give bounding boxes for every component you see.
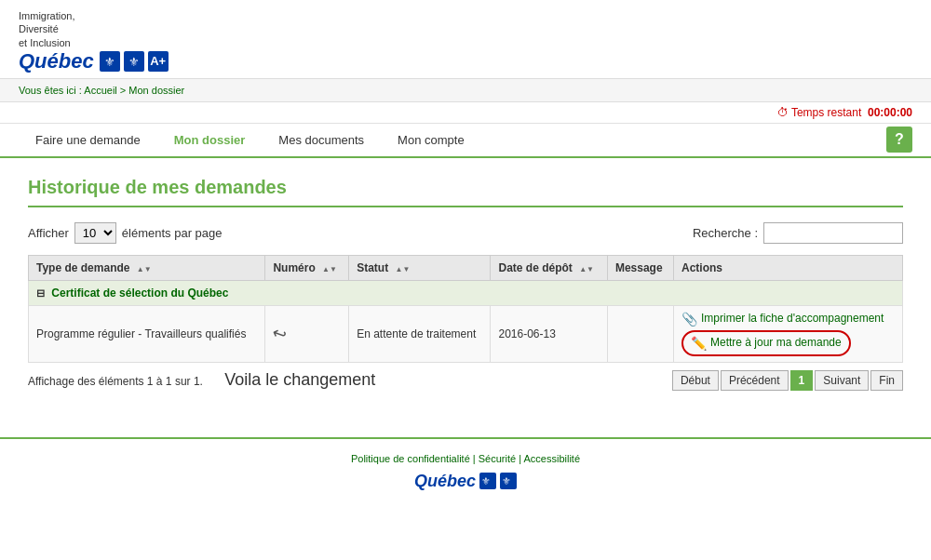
svg-text:⚜: ⚜	[481, 475, 491, 487]
table-wrapper: Type de demande ▲▼ Numéro ▲▼ Statut ▲▼ D…	[28, 255, 903, 391]
data-table: Type de demande ▲▼ Numéro ▲▼ Statut ▲▼ D…	[28, 255, 903, 363]
cell-date: 2016-06-13	[491, 305, 607, 362]
footer-logo-icons: ⚜ ⚜	[479, 473, 517, 489]
action-maj-label: Mettre à jour ma demande	[710, 336, 842, 349]
nav-mon-compte[interactable]: Mon compte	[381, 124, 481, 156]
col-message: Message	[607, 255, 673, 280]
logo-line2: Diversité	[19, 23, 59, 34]
fleur-icon: ⚜	[100, 51, 120, 72]
table-row: Programme régulier - Travailleurs qualif…	[29, 305, 903, 362]
section-row: ⊟ Certificat de sélection du Québec	[29, 280, 903, 305]
footer-quebec-wordmark: Québec	[414, 472, 476, 491]
col-statut: Statut ▲▼	[349, 255, 491, 280]
table-header-row: Type de demande ▲▼ Numéro ▲▼ Statut ▲▼ D…	[29, 255, 903, 280]
nav-bar: Faire une demande Mon dossier Mes docume…	[0, 124, 931, 158]
section-toggle[interactable]: ⊟	[36, 287, 45, 299]
footer: Politique de confidentialité | Sécurité …	[0, 437, 931, 505]
svg-text:⚜: ⚜	[128, 55, 140, 69]
col-numero: Numéro ▲▼	[265, 255, 349, 280]
svg-text:⚜: ⚜	[104, 55, 115, 69]
logo-line3: et Inclusion	[19, 37, 71, 48]
page-title: Historique de mes demandes	[28, 177, 903, 198]
afficher-label: Afficher	[28, 226, 69, 240]
breadcrumb-current: Mon dossier	[128, 85, 184, 96]
col-type: Type de demande ▲▼	[29, 255, 265, 280]
afficher-select[interactable]: 10 25 50	[74, 222, 116, 244]
logo-block: Immigration, Diversité et Inclusion Québ…	[19, 9, 169, 73]
action-mettre-a-jour[interactable]: ✏️ Mettre à jour ma demande	[691, 336, 842, 351]
nav-mes-documents[interactable]: Mes documents	[262, 124, 381, 156]
afficher-group: Afficher 10 25 50 éléments par page	[28, 222, 223, 244]
affichage-text: Affichage des éléments 1 à 1 sur 1.	[28, 375, 203, 388]
section-cell: ⊟ Certificat de sélection du Québec	[29, 280, 903, 305]
pagination-row: Affichage des éléments 1 à 1 sur 1. Voil…	[28, 370, 903, 391]
footer-fleur2: ⚜	[500, 473, 517, 489]
quebec-wordmark: Québec	[19, 49, 94, 73]
fleur-icon2: ⚜	[124, 51, 144, 72]
cell-numero: ↩	[265, 305, 349, 362]
btn-fin[interactable]: Fin	[870, 370, 903, 391]
pencil-icon: ✏️	[691, 336, 707, 351]
timer-value: 00:00:00	[868, 106, 912, 119]
cell-type: Programme régulier - Travailleurs qualif…	[29, 305, 265, 362]
breadcrumb-home[interactable]: Accueil	[84, 85, 116, 96]
footer-logo: Québec ⚜ ⚜	[19, 472, 912, 491]
btn-precedent[interactable]: Précédent	[721, 370, 789, 391]
cell-statut: En attente de traitement	[349, 305, 491, 362]
action-highlight-box: ✏️ Mettre à jour ma demande	[681, 330, 851, 356]
main-content: Historique de mes demandes Afficher 10 2…	[0, 158, 931, 409]
footer-link-accessibilite[interactable]: Accessibilité	[524, 453, 581, 464]
breadcrumb-separator: >	[120, 85, 128, 96]
sort-arrows-type[interactable]: ▲▼	[137, 266, 152, 273]
help-button[interactable]: ?	[886, 127, 912, 153]
svg-text:⚜: ⚜	[502, 475, 511, 487]
elements-par-page: éléments par page	[122, 226, 223, 240]
btn-page-1[interactable]: 1	[790, 370, 814, 391]
logo-icons: ⚜ ⚜ A+	[100, 51, 169, 72]
affichage-info: Affichage des éléments 1 à 1 sur 1. Voil…	[28, 370, 375, 390]
btn-suivant[interactable]: Suivant	[815, 370, 869, 391]
timer-bar: ⏱ Temps restant 00:00:00	[0, 102, 931, 124]
search-input[interactable]	[763, 222, 903, 244]
footer-link-confidentialite[interactable]: Politique de confidentialité	[351, 453, 470, 464]
search-group: Recherche :	[693, 222, 903, 244]
sort-arrows-numero[interactable]: ▲▼	[322, 266, 337, 273]
btn-debut[interactable]: Début	[672, 370, 719, 391]
action-imprimer-label: Imprimer la fiche d'accompagnement	[701, 312, 884, 325]
annotation-text: Voila le changement	[224, 370, 375, 389]
quebec-logo: Québec ⚜ ⚜ A+	[19, 49, 169, 73]
controls-row: Afficher 10 25 50 éléments par page Rech…	[28, 222, 903, 244]
col-date: Date de dépôt ▲▼	[491, 255, 607, 280]
sort-arrows-statut[interactable]: ▲▼	[396, 266, 411, 273]
cell-message	[607, 305, 673, 362]
breadcrumb: Vous êtes ici : Accueil > Mon dossier	[0, 78, 931, 102]
section-title[interactable]: Certificat de sélection du Québec	[51, 287, 228, 300]
header: Immigration, Diversité et Inclusion Québ…	[0, 0, 931, 78]
paperclip-icon: 📎	[681, 312, 697, 327]
footer-fleur1: ⚜	[479, 473, 496, 489]
fleur-svg2: ⚜	[127, 54, 142, 69]
recherche-label: Recherche :	[693, 226, 758, 240]
title-underline	[28, 206, 903, 207]
timer-label: Temps restant	[791, 106, 861, 119]
sort-arrows-date[interactable]: ▲▼	[579, 266, 594, 273]
logo-line1: Immigration,	[19, 10, 75, 21]
footer-links: Politique de confidentialité | Sécurité …	[19, 453, 912, 464]
accessibility-icon[interactable]: A+	[148, 51, 169, 72]
nav-mon-dossier[interactable]: Mon dossier	[157, 124, 263, 156]
action-imprimer[interactable]: 📎 Imprimer la fiche d'accompagnement	[681, 312, 895, 327]
breadcrumb-prefix: Vous êtes ici :	[19, 85, 84, 96]
fleur-svg: ⚜	[102, 54, 117, 69]
footer-link-securite[interactable]: Sécurité	[479, 453, 516, 464]
ministry-name: Immigration, Diversité et Inclusion	[19, 9, 169, 49]
nav-faire-demande[interactable]: Faire une demande	[19, 124, 157, 156]
cell-actions: 📎 Imprimer la fiche d'accompagnement ✏️ …	[673, 305, 902, 362]
pagination-buttons: Début Précédent 1 Suivant Fin	[672, 370, 903, 391]
col-actions: Actions	[673, 255, 902, 280]
